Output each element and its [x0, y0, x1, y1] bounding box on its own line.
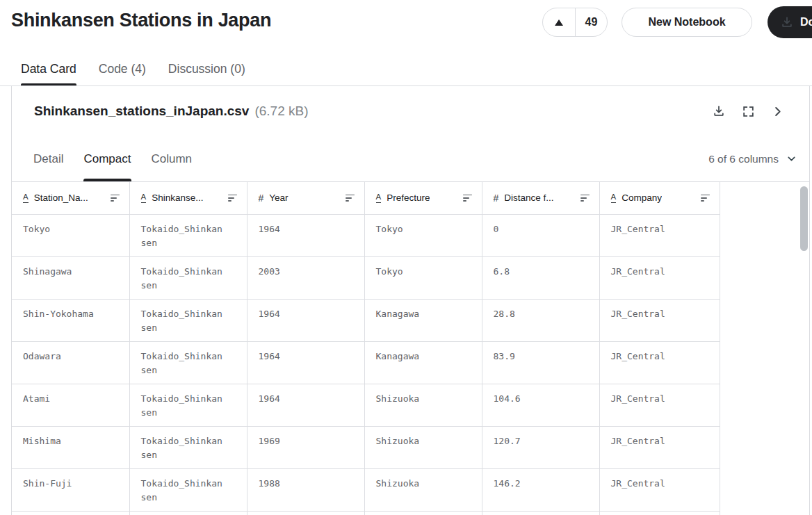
table-cell: Kanagawa [364, 341, 482, 384]
table-header-row: AStation_Na...AShinkanse...#YearAPrefect… [12, 182, 720, 214]
table-cell: Shinagawa [12, 256, 129, 299]
table-cell: 6.8 [482, 256, 599, 299]
column-label: Company [622, 193, 662, 203]
main-tab-bar: Data Card Code (4) Discussion (0) [0, 53, 812, 86]
table-cell: Kanagawa [364, 299, 482, 341]
columns-selector-dropdown[interactable]: 6 of 6 columns [708, 153, 798, 165]
view-tab-column[interactable]: Column [152, 136, 193, 181]
tab-discussion[interactable]: Discussion (0) [168, 53, 245, 85]
column-header-company[interactable]: ACompany [599, 182, 720, 214]
fullscreen-icon[interactable] [741, 104, 755, 118]
table-cell: Shizuoka [364, 426, 482, 468]
sort-filter-icon[interactable] [111, 195, 120, 202]
tab-data-card[interactable]: Data Card [21, 53, 76, 85]
tab-code[interactable]: Code (4) [99, 53, 146, 85]
table-cell: Tokyo [12, 214, 129, 256]
column-label: Prefecture [387, 193, 430, 203]
caret-up-icon [555, 19, 563, 26]
table-cell: Shizuoka [364, 384, 482, 426]
sort-filter-icon[interactable] [580, 195, 590, 202]
text-type-icon: A [611, 193, 617, 203]
table-cell [129, 511, 247, 515]
table-row: Shin-FujiTokaido_Shinkansen1988Shizuoka1… [12, 468, 720, 511]
view-tab-compact[interactable]: Compact [83, 136, 131, 181]
table-row: AtamiTokaido_Shinkansen1964Shizuoka104.6… [12, 384, 720, 426]
table-cell: Shin-Yokohama [12, 299, 129, 341]
text-type-icon: A [23, 193, 29, 203]
table-cell [364, 511, 482, 515]
table-cell: JR_Central [599, 468, 720, 511]
table-cell: 1964 [247, 214, 364, 256]
table-cell: Tokyo [364, 256, 482, 299]
download-button-label: Download [800, 16, 812, 28]
table-cell: Odawara [12, 341, 129, 384]
new-notebook-button[interactable]: New Notebook [622, 8, 752, 37]
view-tab-detail[interactable]: Detail [33, 136, 63, 181]
vertical-scrollbar-thumb[interactable] [800, 186, 808, 251]
page-header: Shinkansen Stations in Japan 49 New Note… [0, 0, 812, 53]
table-row: MishimaTokaido_Shinkansen1969Shizuoka120… [12, 426, 720, 468]
column-header-year[interactable]: #Year [247, 182, 364, 214]
table-row: OdawaraTokaido_Shinkansen1964Kanagawa83.… [12, 341, 720, 384]
table-cell [482, 511, 599, 515]
file-name: Shinkansen_stations_inJapan.csv [34, 104, 249, 119]
upvote-control: 49 [542, 8, 608, 37]
table-cell: 146.2 [482, 468, 599, 511]
column-header-prefecture[interactable]: APrefecture [364, 182, 482, 214]
numeric-type-icon: # [259, 193, 264, 203]
table-cell: Shin-Fuji [12, 468, 129, 511]
table-cell: JR_Central [599, 256, 720, 299]
columns-selector-label: 6 of 6 columns [708, 153, 779, 165]
column-header-distance-f-[interactable]: #Distance f... [482, 182, 599, 214]
chevron-right-icon[interactable] [770, 104, 784, 118]
download-button[interactable]: Download [768, 6, 812, 38]
file-size: (6.72 kB) [254, 104, 308, 119]
column-header-station-na-[interactable]: AStation_Na... [12, 182, 129, 214]
table-cell: 2003 [247, 256, 364, 299]
table-cell: Tokaido_Shinkansen [129, 214, 247, 256]
table-cell: 120.7 [482, 426, 599, 468]
table-cell: Atami [12, 384, 129, 426]
table-row: Shin-YokohamaTokaido_Shinkansen1964Kanag… [12, 299, 720, 341]
table-row [12, 511, 720, 515]
table-cell: Tokaido_Shinkansen [129, 468, 247, 511]
table-cell: 1964 [247, 341, 364, 384]
download-file-icon[interactable] [712, 104, 726, 118]
download-icon [780, 15, 794, 29]
preview-view-tabs: Detail Compact Column 6 of 6 columns [12, 136, 809, 182]
upvote-button[interactable] [543, 8, 575, 36]
column-label: Distance f... [504, 193, 553, 203]
column-header-shinkanse-[interactable]: AShinkanse... [129, 182, 247, 214]
table-cell [247, 511, 364, 515]
table-cell: 104.6 [482, 384, 599, 426]
table-cell: Tokaido_Shinkansen [129, 384, 247, 426]
page-title: Shinkansen Stations in Japan [11, 10, 271, 31]
sort-filter-icon[interactable] [701, 195, 710, 202]
column-label: Year [269, 193, 288, 203]
text-type-icon: A [141, 193, 147, 203]
table-cell: 1988 [247, 468, 364, 511]
table-cell: Mishima [12, 426, 129, 468]
table-cell [599, 511, 720, 515]
table-cell: Tokaido_Shinkansen [129, 256, 247, 299]
table-cell: JR_Central [599, 299, 720, 341]
table-cell: Shizuoka [364, 468, 482, 511]
column-label: Shinkanse... [152, 193, 203, 203]
column-label: Station_Na... [34, 193, 88, 203]
table-row: ShinagawaTokaido_Shinkansen2003Tokyo6.8J… [12, 256, 720, 299]
file-actions [712, 104, 784, 118]
sort-filter-icon[interactable] [346, 195, 355, 202]
file-header: Shinkansen_stations_inJapan.csv (6.72 kB… [12, 86, 809, 136]
table-cell: 0 [482, 214, 599, 256]
table-cell: Tokyo [364, 214, 482, 256]
sort-filter-icon[interactable] [228, 195, 237, 202]
table-cell: 1969 [247, 426, 364, 468]
table-cell: Tokaido_Shinkansen [129, 341, 247, 384]
sort-filter-icon[interactable] [463, 195, 472, 202]
table-header-row: AStation_Na...AShinkanse...#YearAPrefect… [12, 182, 720, 214]
table-cell: 28.8 [482, 299, 599, 341]
table-body: TokyoTokaido_Shinkansen1964Tokyo0JR_Cent… [12, 214, 720, 515]
file-preview-panel: Shinkansen_stations_inJapan.csv (6.72 kB… [11, 86, 810, 515]
table-cell: JR_Central [599, 214, 720, 256]
table-cell: JR_Central [599, 341, 720, 384]
